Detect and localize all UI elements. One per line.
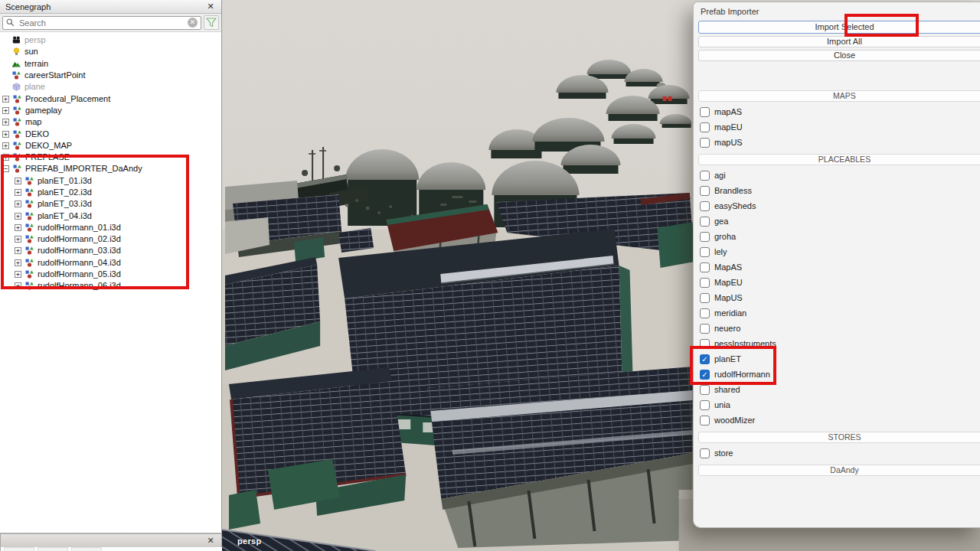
- transform-icon: [13, 142, 21, 150]
- brand-label: agi: [714, 171, 726, 181]
- tree-item-persp[interactable]: persp: [0, 34, 221, 46]
- expand-icon[interactable]: +: [15, 282, 21, 289]
- tree-item-careerStartPoint[interactable]: careerStartPoint: [0, 70, 221, 81]
- brand-row-MapUS: MapUS: [700, 293, 980, 303]
- woodMizer-checkbox[interactable]: [700, 416, 710, 425]
- tree-item-plane[interactable]: plane: [0, 81, 221, 93]
- tree-item-label: planET_01.i3d: [38, 175, 92, 187]
- tree-item-label: rudolfHormann_02.i3d: [38, 233, 121, 245]
- Brandless-checkbox[interactable]: [700, 186, 710, 196]
- close-icon[interactable]: ✕: [205, 2, 216, 11]
- transform-icon: [13, 130, 21, 139]
- transform-icon: [13, 118, 21, 126]
- tree-item-rudolfHormann_04.i3d[interactable]: +rudolfHormann_04.i3d: [0, 257, 221, 269]
- shared-checkbox[interactable]: [700, 385, 710, 395]
- tree-item-gameplay[interactable]: +gameplay: [0, 105, 221, 116]
- tree-item-map[interactable]: +map: [0, 116, 221, 128]
- transform-icon: [25, 177, 34, 185]
- unia-checkbox[interactable]: [700, 400, 710, 410]
- tree-item-label: plane: [24, 81, 45, 93]
- tree-item-rudolfHormann_03.i3d[interactable]: +rudolfHormann_03.i3d: [0, 245, 221, 256]
- pessInstruments-checkbox[interactable]: [700, 339, 710, 349]
- expand-icon[interactable]: +: [2, 96, 9, 103]
- transform-icon: [25, 223, 34, 232]
- expand-icon[interactable]: +: [2, 131, 9, 138]
- tree-item-rudolfHormann_06.i3d[interactable]: +rudolfHormann_06.i3d: [0, 280, 221, 292]
- scenegraph-titlebar: Scenegraph ✕: [0, 0, 221, 14]
- rudolfHormann-checkbox[interactable]: ✓: [700, 370, 710, 380]
- bottom-dock-titlebar: ✕: [0, 533, 222, 547]
- tree-item-planET_02.i3d[interactable]: +planET_02.i3d: [0, 187, 221, 198]
- prefab-importer-sections: MAPSmapASmapEUmapUSPLACEABLESagiBrandles…: [694, 90, 980, 476]
- expand-icon[interactable]: +: [15, 189, 21, 196]
- scenegraph-search-row: ✕: [0, 14, 221, 32]
- tree-item-planET_01.i3d[interactable]: +planET_01.i3d: [0, 175, 221, 187]
- search-input[interactable]: [18, 18, 185, 28]
- search-field[interactable]: ✕: [2, 16, 201, 30]
- brand-row-easySheds: easySheds: [700, 201, 980, 211]
- tree-item-rudolfHormann_01.i3d[interactable]: +rudolfHormann_01.i3d: [0, 222, 221, 233]
- meridian-checkbox[interactable]: [700, 308, 710, 318]
- expand-icon[interactable]: +: [15, 271, 21, 278]
- tree-item-DEKO_MAP[interactable]: +DEKO_MAP: [0, 140, 221, 152]
- scenegraph-panel: Scenegraph ✕ ✕ perspsunterraincareerStar…: [0, 0, 222, 533]
- mapAS-checkbox[interactable]: [700, 107, 710, 117]
- MapEU-checkbox[interactable]: [700, 278, 710, 288]
- filter-funnel-icon[interactable]: [204, 15, 219, 30]
- import-selected-button[interactable]: Import Selected: [698, 21, 980, 34]
- close-icon[interactable]: ✕: [205, 536, 216, 546]
- camera-icon: [12, 36, 21, 44]
- mapEU-checkbox[interactable]: [700, 122, 710, 132]
- tree-item-Procedural_Placement[interactable]: +Procedural_Placement: [0, 93, 221, 104]
- collapse-icon[interactable]: −: [2, 165, 9, 172]
- import-all-button[interactable]: Import All: [698, 36, 980, 47]
- tree-item-rudolfHormann_05.i3d[interactable]: +rudolfHormann_05.i3d: [0, 269, 221, 280]
- easySheds-checkbox[interactable]: [700, 201, 710, 211]
- expand-icon[interactable]: +: [2, 154, 9, 161]
- section-header-PLACEABLES: PLACEABLES: [698, 154, 980, 165]
- brand-label: MapAS: [714, 262, 742, 272]
- expand-icon[interactable]: +: [15, 178, 21, 184]
- tree-item-planET_03.i3d[interactable]: +planET_03.i3d: [0, 198, 221, 210]
- mapUS-checkbox[interactable]: [700, 138, 710, 148]
- expand-icon[interactable]: +: [15, 224, 21, 231]
- expand-icon[interactable]: +: [15, 213, 21, 220]
- brand-label: easySheds: [714, 201, 756, 211]
- lely-checkbox[interactable]: [700, 247, 710, 257]
- expand-icon[interactable]: +: [15, 247, 21, 254]
- brand-label: groha: [714, 232, 736, 242]
- expand-icon[interactable]: +: [2, 119, 9, 126]
- tree-item-terrain[interactable]: terrain: [0, 58, 221, 70]
- tree-item-label: Procedural_Placement: [25, 93, 110, 105]
- close-button[interactable]: Close: [698, 50, 980, 61]
- expand-icon[interactable]: +: [15, 259, 21, 266]
- brand-row-woodMizer: woodMizer: [700, 416, 980, 425]
- expand-icon[interactable]: +: [2, 107, 9, 114]
- transform-icon: [13, 165, 21, 173]
- brand-row-mapAS: mapAS: [700, 107, 980, 117]
- groha-checkbox[interactable]: [700, 232, 710, 242]
- tree-item-rudolfHormann_02.i3d[interactable]: +rudolfHormann_02.i3d: [0, 233, 221, 245]
- transform-icon: [25, 212, 34, 220]
- tree-item-PREPLASE[interactable]: +PREPLASE: [0, 152, 221, 163]
- tree-item-PREFAB_IMPORTER_DaAndy[interactable]: −PREFAB_IMPORTER_DaAndy: [0, 163, 221, 174]
- MapAS-checkbox[interactable]: [700, 262, 710, 272]
- MapUS-checkbox[interactable]: [700, 293, 710, 303]
- expand-icon[interactable]: +: [15, 236, 21, 243]
- expand-icon[interactable]: +: [2, 142, 9, 149]
- transform-icon: [25, 235, 34, 243]
- brand-row-mapEU: mapEU: [700, 122, 980, 132]
- store-checkbox[interactable]: [700, 448, 710, 458]
- neuero-checkbox[interactable]: [700, 324, 710, 334]
- gea-checkbox[interactable]: [700, 217, 710, 227]
- clear-search-icon[interactable]: ✕: [188, 18, 198, 28]
- expand-icon[interactable]: +: [15, 201, 21, 207]
- brand-row-mapUS: mapUS: [700, 138, 980, 148]
- planET-checkbox[interactable]: ✓: [700, 354, 710, 364]
- tree-item-sun[interactable]: sun: [0, 46, 221, 57]
- brand-label: MapEU: [714, 278, 743, 288]
- tree-item-DEKO[interactable]: +DEKO: [0, 128, 221, 139]
- prefab-importer-buttons: Import SelectedImport AllClose: [694, 21, 980, 61]
- agi-checkbox[interactable]: [700, 171, 710, 181]
- tree-item-planET_04.i3d[interactable]: +planET_04.i3d: [0, 210, 221, 221]
